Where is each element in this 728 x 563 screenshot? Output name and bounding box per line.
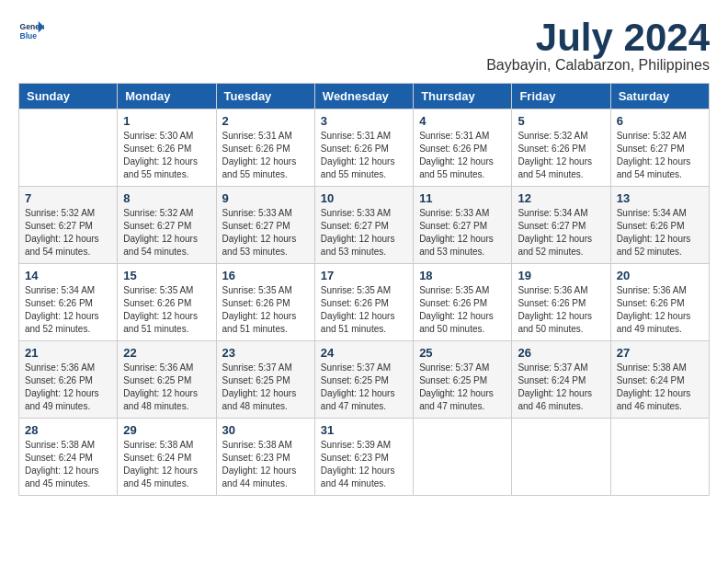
location-subtitle: Baybayin, Calabarzon, Philippines [486,57,710,74]
cell-info: Sunrise: 5:31 AM Sunset: 6:26 PM Dayligh… [321,130,407,181]
day-number: 24 [321,346,407,360]
cell-info: Sunrise: 5:34 AM Sunset: 6:27 PM Dayligh… [518,207,604,259]
cell-info: Sunrise: 5:33 AM Sunset: 6:27 PM Dayligh… [419,207,506,259]
cell-info: Sunrise: 5:33 AM Sunset: 6:27 PM Dayligh… [321,207,407,259]
calendar-cell: 22Sunrise: 5:36 AM Sunset: 6:25 PM Dayli… [118,341,216,419]
day-number: 2 [222,114,309,128]
calendar-cell: 20Sunrise: 5:36 AM Sunset: 6:26 PM Dayli… [610,264,709,341]
cell-info: Sunrise: 5:34 AM Sunset: 6:26 PM Dayligh… [617,207,703,259]
cell-info: Sunrise: 5:32 AM Sunset: 6:27 PM Dayligh… [123,207,210,259]
calendar-cell: 21Sunrise: 5:36 AM Sunset: 6:26 PM Dayli… [19,341,118,419]
calendar-week-0: 1Sunrise: 5:30 AM Sunset: 6:26 PM Daylig… [19,109,710,187]
cell-info: Sunrise: 5:31 AM Sunset: 6:26 PM Dayligh… [419,130,506,181]
day-number: 7 [25,191,111,205]
cell-info: Sunrise: 5:39 AM Sunset: 6:23 PM Dayligh… [321,439,407,490]
calendar-week-4: 28Sunrise: 5:38 AM Sunset: 6:24 PM Dayli… [19,419,710,496]
cell-info: Sunrise: 5:37 AM Sunset: 6:24 PM Dayligh… [518,362,604,413]
day-header-tuesday: Tuesday [216,84,314,109]
day-number: 31 [321,423,407,437]
cell-info: Sunrise: 5:37 AM Sunset: 6:25 PM Dayligh… [222,362,309,413]
day-number: 28 [25,423,111,437]
month-title: July 2024 [486,18,710,57]
cell-info: Sunrise: 5:35 AM Sunset: 6:26 PM Dayligh… [419,284,506,336]
day-number: 20 [617,269,703,282]
calendar-cell: 23Sunrise: 5:37 AM Sunset: 6:25 PM Dayli… [216,341,314,419]
cell-info: Sunrise: 5:35 AM Sunset: 6:26 PM Dayligh… [321,284,407,336]
title-area: July 2024 Baybayin, Calabarzon, Philippi… [486,18,710,74]
calendar-cell: 8Sunrise: 5:32 AM Sunset: 6:27 PM Daylig… [118,187,216,264]
day-header-wednesday: Wednesday [314,84,413,109]
calendar-cell: 9Sunrise: 5:33 AM Sunset: 6:27 PM Daylig… [216,187,314,264]
calendar-cell: 17Sunrise: 5:35 AM Sunset: 6:26 PM Dayli… [314,264,413,341]
day-number: 14 [25,269,111,282]
calendar-cell: 16Sunrise: 5:35 AM Sunset: 6:26 PM Dayli… [216,264,314,341]
day-number: 18 [419,269,506,282]
day-number: 23 [222,346,309,360]
calendar-cell: 11Sunrise: 5:33 AM Sunset: 6:27 PM Dayli… [414,187,512,264]
calendar-cell: 31Sunrise: 5:39 AM Sunset: 6:23 PM Dayli… [314,419,413,496]
day-number: 9 [222,191,309,205]
cell-info: Sunrise: 5:38 AM Sunset: 6:24 PM Dayligh… [617,362,703,413]
cell-info: Sunrise: 5:33 AM Sunset: 6:27 PM Dayligh… [222,207,309,259]
cell-info: Sunrise: 5:37 AM Sunset: 6:25 PM Dayligh… [419,362,506,413]
cell-info: Sunrise: 5:38 AM Sunset: 6:24 PM Dayligh… [25,439,111,490]
cell-info: Sunrise: 5:34 AM Sunset: 6:26 PM Dayligh… [25,284,111,336]
day-number: 25 [419,346,506,360]
day-number: 10 [321,191,407,205]
cell-info: Sunrise: 5:36 AM Sunset: 6:26 PM Dayligh… [25,362,111,413]
cell-info: Sunrise: 5:35 AM Sunset: 6:26 PM Dayligh… [222,284,309,336]
day-number: 19 [518,269,604,282]
day-number: 5 [518,114,604,128]
day-number: 12 [518,191,604,205]
calendar-cell: 19Sunrise: 5:36 AM Sunset: 6:26 PM Dayli… [512,264,610,341]
calendar-week-2: 14Sunrise: 5:34 AM Sunset: 6:26 PM Dayli… [19,264,710,341]
day-number: 26 [518,346,604,360]
calendar-cell: 1Sunrise: 5:30 AM Sunset: 6:26 PM Daylig… [118,109,216,187]
cell-info: Sunrise: 5:36 AM Sunset: 6:26 PM Dayligh… [617,284,703,336]
calendar-cell: 29Sunrise: 5:38 AM Sunset: 6:24 PM Dayli… [118,419,216,496]
day-number: 21 [25,346,111,360]
day-number: 8 [123,191,210,205]
cell-info: Sunrise: 5:38 AM Sunset: 6:23 PM Dayligh… [222,439,309,490]
calendar-cell: 10Sunrise: 5:33 AM Sunset: 6:27 PM Dayli… [314,187,413,264]
calendar-cell: 30Sunrise: 5:38 AM Sunset: 6:23 PM Dayli… [216,419,314,496]
day-header-friday: Friday [512,84,610,109]
cell-info: Sunrise: 5:32 AM Sunset: 6:27 PM Dayligh… [25,207,111,259]
calendar-cell: 6Sunrise: 5:32 AM Sunset: 6:27 PM Daylig… [610,109,709,187]
cell-info: Sunrise: 5:31 AM Sunset: 6:26 PM Dayligh… [222,130,309,181]
calendar-cell: 13Sunrise: 5:34 AM Sunset: 6:26 PM Dayli… [610,187,709,264]
day-header-thursday: Thursday [414,84,512,109]
cell-info: Sunrise: 5:37 AM Sunset: 6:25 PM Dayligh… [321,362,407,413]
calendar-cell [610,419,709,496]
calendar-cell: 12Sunrise: 5:34 AM Sunset: 6:27 PM Dayli… [512,187,610,264]
cell-info: Sunrise: 5:38 AM Sunset: 6:24 PM Dayligh… [123,439,210,490]
day-number: 1 [123,114,210,128]
calendar-table: SundayMondayTuesdayWednesdayThursdayFrid… [18,83,710,496]
calendar-cell [512,419,610,496]
day-number: 22 [123,346,210,360]
svg-text:Blue: Blue [20,31,38,40]
calendar-cell: 25Sunrise: 5:37 AM Sunset: 6:25 PM Dayli… [414,341,512,419]
cell-info: Sunrise: 5:36 AM Sunset: 6:26 PM Dayligh… [518,284,604,336]
day-number: 11 [419,191,506,205]
calendar-cell [414,419,512,496]
day-number: 4 [419,114,506,128]
calendar-cell: 7Sunrise: 5:32 AM Sunset: 6:27 PM Daylig… [19,187,118,264]
day-number: 6 [617,114,703,128]
calendar-cell: 24Sunrise: 5:37 AM Sunset: 6:25 PM Dayli… [314,341,413,419]
day-header-monday: Monday [118,84,216,109]
calendar-cell: 27Sunrise: 5:38 AM Sunset: 6:24 PM Dayli… [610,341,709,419]
calendar-cell: 18Sunrise: 5:35 AM Sunset: 6:26 PM Dayli… [414,264,512,341]
calendar-cell: 5Sunrise: 5:32 AM Sunset: 6:26 PM Daylig… [512,109,610,187]
calendar-cell: 2Sunrise: 5:31 AM Sunset: 6:26 PM Daylig… [216,109,314,187]
calendar-cell: 26Sunrise: 5:37 AM Sunset: 6:24 PM Dayli… [512,341,610,419]
day-header-sunday: Sunday [19,84,118,109]
cell-info: Sunrise: 5:35 AM Sunset: 6:26 PM Dayligh… [123,284,210,336]
logo: General Blue [18,18,44,44]
cell-info: Sunrise: 5:32 AM Sunset: 6:26 PM Dayligh… [518,130,604,181]
day-number: 17 [321,269,407,282]
calendar-cell: 4Sunrise: 5:31 AM Sunset: 6:26 PM Daylig… [414,109,512,187]
cell-info: Sunrise: 5:32 AM Sunset: 6:27 PM Dayligh… [617,130,703,181]
calendar-week-3: 21Sunrise: 5:36 AM Sunset: 6:26 PM Dayli… [19,341,710,419]
day-number: 13 [617,191,703,205]
